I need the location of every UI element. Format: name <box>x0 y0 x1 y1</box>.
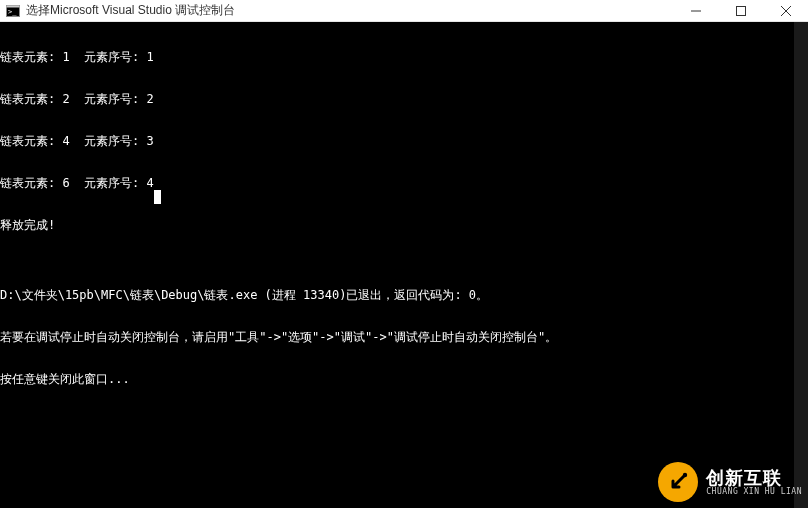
console-area[interactable]: 链表元素: 1 元素序号: 1 链表元素: 2 元素序号: 2 链表元素: 4 … <box>0 22 808 508</box>
maximize-icon <box>736 6 746 16</box>
console-line: 链表元素: 4 元素序号: 3 <box>0 134 808 148</box>
watermark-text: 创新互联 CHUANG XIN HU LIAN <box>706 468 802 497</box>
watermark-logo-icon <box>658 462 698 502</box>
close-button[interactable] <box>763 0 808 21</box>
window: >_ 选择Microsoft Visual Studio 调试控制台 链表元素:… <box>0 0 808 508</box>
console-line: 链表元素: 6 元素序号: 4 <box>0 176 808 190</box>
console-line: 链表元素: 1 元素序号: 1 <box>0 50 808 64</box>
minimize-button[interactable] <box>673 0 718 21</box>
console-line: 释放完成! <box>0 218 808 232</box>
svg-rect-4 <box>736 6 745 15</box>
watermark-cn: 创新互联 <box>706 468 802 488</box>
console-line: 链表元素: 2 元素序号: 2 <box>0 92 808 106</box>
window-controls <box>673 0 808 21</box>
watermark-en: CHUANG XIN HU LIAN <box>706 488 802 497</box>
svg-point-7 <box>683 473 687 477</box>
window-title: 选择Microsoft Visual Studio 调试控制台 <box>26 2 235 19</box>
console-line: 按任意键关闭此窗口... <box>0 372 808 386</box>
titlebar[interactable]: >_ 选择Microsoft Visual Studio 调试控制台 <box>0 0 808 22</box>
close-icon <box>781 6 791 16</box>
text-cursor <box>154 190 161 204</box>
minimize-icon <box>691 6 701 16</box>
watermark: 创新互联 CHUANG XIN HU LIAN <box>658 462 802 502</box>
console-app-icon: >_ <box>6 4 20 18</box>
vertical-scrollbar[interactable] <box>794 22 808 508</box>
title-left: >_ 选择Microsoft Visual Studio 调试控制台 <box>0 2 235 19</box>
console-line: D:\文件夹\15pb\MFC\链表\Debug\链表.exe (进程 1334… <box>0 288 808 302</box>
svg-text:>_: >_ <box>8 8 17 16</box>
console-line: 若要在调试停止时自动关闭控制台，请启用"工具"->"选项"->"调试"->"调试… <box>0 330 808 344</box>
maximize-button[interactable] <box>718 0 763 21</box>
